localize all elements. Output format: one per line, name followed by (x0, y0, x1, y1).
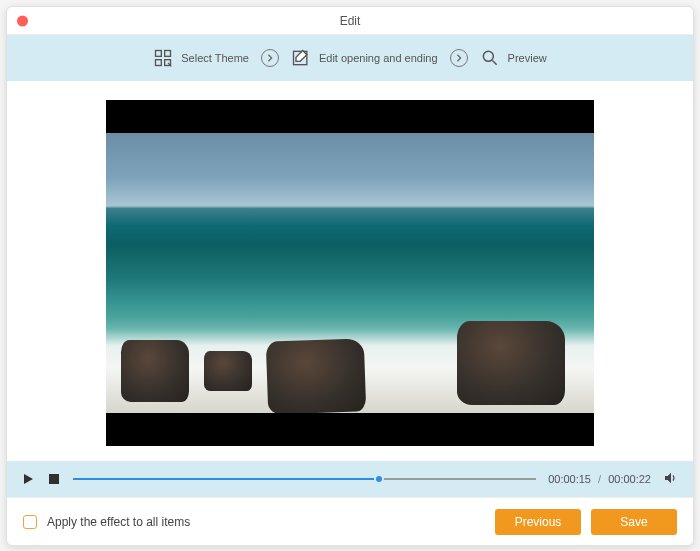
stop-button[interactable] (47, 472, 61, 486)
select-theme-label: Select Theme (181, 52, 249, 64)
play-icon (22, 473, 34, 485)
letterbox-bottom (106, 413, 594, 446)
window-title: Edit (7, 14, 693, 28)
edit-opening-ending-step[interactable]: Edit opening and ending (291, 48, 438, 68)
progress-fill (73, 478, 379, 480)
preview-label: Preview (508, 52, 547, 64)
video-content (106, 133, 594, 413)
apply-all-checkbox[interactable] (23, 515, 37, 529)
edit-opening-label: Edit opening and ending (319, 52, 438, 64)
footer: Apply the effect to all items Previous S… (7, 497, 693, 545)
step-toolbar: Select Theme Edit opening and ending P (7, 35, 693, 81)
time-current: 00:00:15 (548, 473, 591, 485)
video-frame[interactable] (106, 100, 594, 446)
video-area (7, 81, 693, 461)
svg-point-5 (483, 51, 493, 61)
apply-all-label: Apply the effect to all items (47, 515, 190, 529)
time-separator: / (598, 473, 601, 485)
titlebar: Edit (7, 7, 693, 35)
step-separator-2 (450, 49, 468, 67)
svg-rect-0 (156, 51, 162, 57)
previous-button[interactable]: Previous (495, 509, 581, 535)
chevron-right-icon (455, 54, 463, 62)
progress-bar[interactable] (73, 470, 536, 488)
letterbox-top (106, 100, 594, 133)
select-theme-step[interactable]: Select Theme (153, 48, 249, 68)
close-button[interactable] (17, 15, 28, 26)
time-total: 00:00:22 (608, 473, 651, 485)
time-display: 00:00:15 / 00:00:22 (548, 473, 651, 485)
scene-rock (204, 351, 253, 390)
window-controls (17, 15, 28, 26)
playback-controls: 00:00:15 / 00:00:22 (7, 461, 693, 497)
edit-window: Edit Select Theme Edit opening and endin… (6, 6, 694, 546)
svg-rect-1 (165, 51, 171, 57)
edit-square-icon (291, 48, 311, 68)
scene-rock (121, 340, 189, 402)
volume-button[interactable] (663, 470, 679, 489)
play-button[interactable] (21, 472, 35, 486)
theme-grid-icon (153, 48, 173, 68)
scene-rock (266, 339, 366, 413)
svg-rect-2 (156, 60, 162, 66)
save-button[interactable]: Save (591, 509, 677, 535)
volume-icon (663, 470, 679, 486)
progress-track (73, 478, 536, 480)
scene-rock (457, 321, 564, 405)
chevron-right-icon (266, 54, 274, 62)
progress-thumb[interactable] (374, 474, 384, 484)
stop-icon (49, 474, 59, 484)
step-separator-1 (261, 49, 279, 67)
svg-rect-6 (49, 474, 59, 484)
magnifier-icon (480, 48, 500, 68)
preview-step[interactable]: Preview (480, 48, 547, 68)
